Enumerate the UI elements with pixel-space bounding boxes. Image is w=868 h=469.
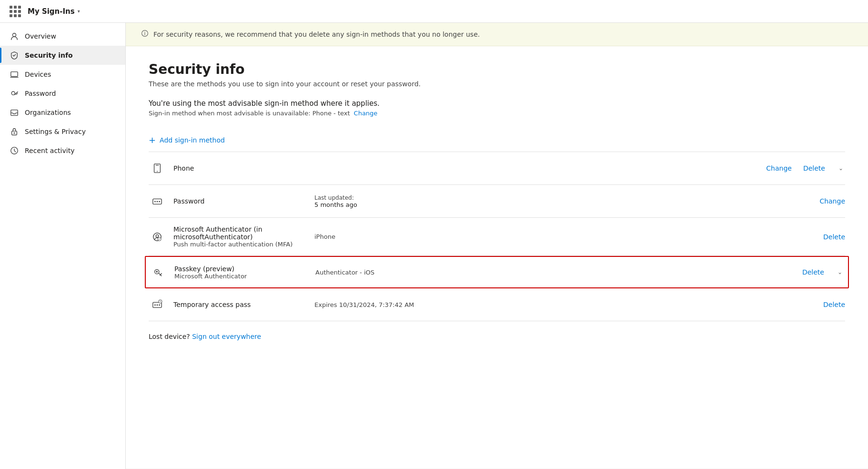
app-title[interactable]: My Sign-Ins ▾: [28, 7, 80, 16]
lost-device-section: Lost device? Sign out everywhere: [149, 321, 845, 352]
notice-title: You're using the most advisable sign-in …: [149, 99, 845, 108]
svg-point-21: [157, 305, 158, 306]
svg-point-15: [156, 234, 159, 237]
svg-point-11: [154, 201, 156, 203]
passkey-delete-link[interactable]: Delete: [802, 268, 824, 276]
clock-icon: [10, 146, 19, 155]
sidebar-item-label: Password: [25, 90, 56, 97]
app-launcher-icon[interactable]: [10, 6, 21, 17]
add-method-label: Add sign-in method: [160, 136, 225, 144]
svg-point-2: [11, 92, 15, 95]
svg-point-13: [159, 201, 160, 203]
sidebar-item-organizations[interactable]: Organizations: [0, 103, 125, 122]
temp-pass-method-name: Temporary access pass: [173, 301, 307, 308]
sidebar-item-label: Security info: [25, 51, 73, 59]
person-icon: [10, 31, 19, 41]
phone-chevron-icon[interactable]: ⌄: [837, 163, 845, 173]
passkey-method-row: Passkey (preview) Microsoft Authenticato…: [145, 256, 849, 288]
phone-method-actions: Change Delete ⌄: [766, 163, 845, 173]
password-method-row: Password Last updated: 5 months ago Chan…: [149, 185, 845, 218]
topbar: My Sign-Ins ▾: [0, 0, 868, 23]
passkey-method-name2: Microsoft Authenticator: [174, 273, 308, 280]
authenticator-delete-link[interactable]: Delete: [823, 233, 845, 241]
sidebar-item-label: Recent activity: [25, 147, 74, 154]
temp-pass-icon: [149, 296, 166, 313]
svg-point-12: [157, 201, 158, 203]
page-title: Security info: [149, 61, 845, 77]
notice-sub: Sign-in method when most advisable is un…: [149, 110, 845, 117]
temp-pass-method-row: Temporary access pass Expires 10/31/2024…: [149, 288, 845, 321]
authenticator-method-actions: Delete: [823, 233, 845, 241]
phone-delete-link[interactable]: Delete: [803, 164, 825, 172]
key-icon: [10, 89, 19, 98]
sidebar-item-overview[interactable]: Overview: [0, 27, 125, 46]
sidebar-item-label: Settings & Privacy: [25, 128, 86, 135]
svg-point-9: [157, 171, 158, 172]
phone-method-name: Phone: [173, 164, 307, 172]
add-sign-in-method-button[interactable]: + Add sign-in method: [149, 128, 845, 152]
laptop-icon: [10, 70, 19, 79]
temp-pass-method-actions: Delete: [823, 301, 845, 308]
sidebar-item-devices[interactable]: Devices: [0, 65, 125, 84]
lock-icon: [10, 127, 19, 136]
password-icon: [149, 193, 166, 210]
passkey-chevron-icon[interactable]: ⌄: [836, 267, 844, 277]
authenticator-method-detail: iPhone: [314, 233, 816, 240]
sidebar-item-label: Organizations: [25, 109, 71, 116]
sidebar-item-label: Devices: [25, 71, 51, 78]
info-icon: [141, 30, 149, 39]
content-area: Security info These are the methods you …: [126, 46, 868, 469]
sidebar-item-recent-activity[interactable]: Recent activity: [0, 141, 125, 160]
authenticator-method-name: Microsoft Authenticator (in microsoftAut…: [173, 225, 307, 241]
svg-point-20: [154, 305, 156, 306]
phone-method-info: Phone: [173, 164, 307, 172]
temp-pass-method-detail: Expires 10/31/2024, 7:37:42 AM: [314, 301, 816, 308]
svg-point-22: [159, 305, 160, 306]
sign-out-everywhere-link[interactable]: Sign out everywhere: [192, 333, 261, 340]
password-detail-value: 5 months ago: [314, 201, 812, 208]
sidebar-item-password[interactable]: Password: [0, 84, 125, 103]
authenticator-method-name2: Push multi-factor authentication (MFA): [173, 241, 307, 248]
passkey-method-name: Passkey (preview): [174, 265, 308, 273]
inbox-icon: [10, 108, 19, 117]
phone-change-link[interactable]: Change: [766, 164, 792, 172]
passkey-method-info: Passkey (preview) Microsoft Authenticato…: [174, 265, 308, 280]
svg-point-8: [144, 31, 145, 32]
svg-point-18: [156, 271, 158, 273]
notice-change-link[interactable]: Change: [354, 110, 378, 117]
shield-icon: [10, 51, 19, 60]
passkey-method-actions: Delete ⌄: [802, 267, 844, 277]
svg-point-0: [12, 33, 16, 37]
temp-pass-delete-link[interactable]: Delete: [823, 301, 845, 308]
password-change-link[interactable]: Change: [819, 197, 845, 205]
passkey-icon: [150, 264, 167, 281]
svg-point-5: [14, 133, 15, 134]
sidebar-item-label: Overview: [25, 32, 56, 40]
app-title-chevron: ▾: [78, 9, 80, 14]
security-banner: For security reasons, we recommend that …: [126, 23, 868, 46]
svg-rect-1: [11, 72, 18, 77]
authenticator-icon: [149, 228, 166, 245]
authenticator-method-row: Microsoft Authenticator (in microsoftAut…: [149, 218, 845, 256]
sidebar-item-settings-privacy[interactable]: Settings & Privacy: [0, 122, 125, 141]
plus-icon: +: [149, 135, 156, 145]
phone-icon: [149, 160, 166, 177]
banner-text: For security reasons, we recommend that …: [153, 31, 480, 38]
page-subtitle: These are the methods you use to sign in…: [149, 80, 845, 88]
password-method-actions: Change: [819, 197, 845, 205]
temp-pass-method-info: Temporary access pass: [173, 301, 307, 308]
sidebar-item-security-info[interactable]: Security info: [0, 46, 125, 65]
password-method-info: Password: [173, 197, 307, 205]
password-detail-label: Last updated:: [314, 194, 812, 201]
lost-device-text: Lost device?: [149, 333, 190, 340]
password-method-name: Password: [173, 197, 307, 205]
sidebar: Overview Security info Devices: [0, 23, 126, 469]
notice-sub-text: Sign-in method when most advisable is un…: [149, 110, 350, 117]
notice-box: You're using the most advisable sign-in …: [149, 99, 845, 117]
main-content: For security reasons, we recommend that …: [126, 23, 868, 469]
authenticator-method-info: Microsoft Authenticator (in microsoftAut…: [173, 225, 307, 248]
password-method-detail: Last updated: 5 months ago: [314, 194, 812, 208]
phone-method-row: Phone Change Delete ⌄: [149, 152, 845, 185]
passkey-method-detail: Authenticator - iOS: [315, 269, 795, 276]
